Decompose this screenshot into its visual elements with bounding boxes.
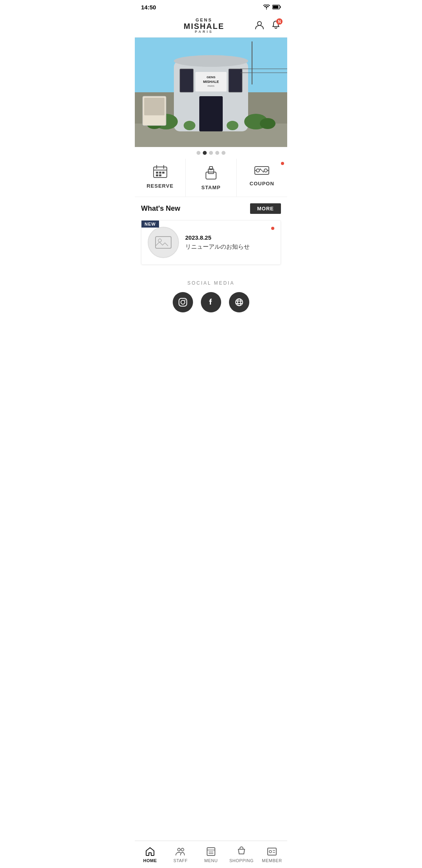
svg-point-50 <box>158 239 161 242</box>
facebook-button[interactable] <box>201 292 221 312</box>
svg-point-2 <box>257 22 261 25</box>
stamp-action[interactable]: STAMP <box>186 159 236 197</box>
news-title: リニューアルのお知らせ <box>185 243 274 251</box>
svg-point-45 <box>264 169 267 172</box>
svg-point-47 <box>260 169 261 170</box>
profile-icon <box>254 20 265 30</box>
whats-new-title: What's New <box>141 204 180 213</box>
whats-new-header: What's New MORE <box>135 197 287 217</box>
svg-text:MISHALE: MISHALE <box>203 80 219 84</box>
svg-rect-35 <box>162 172 165 174</box>
logo-sub: PARIS <box>184 30 224 34</box>
facebook-icon <box>206 298 216 307</box>
quick-actions: RESERVE STAMP COUPON <box>135 159 287 197</box>
hero-image: GENS MISHALE PARIS <box>135 38 287 147</box>
svg-rect-38 <box>206 172 216 179</box>
logo-line1: GENS <box>184 18 224 22</box>
reserve-label: RESERVE <box>147 183 173 189</box>
battery-icon <box>272 5 281 9</box>
svg-rect-36 <box>156 174 158 176</box>
news-badge: NEW <box>141 221 159 228</box>
wifi-icon <box>263 4 270 10</box>
instagram-button[interactable] <box>173 292 193 312</box>
news-content: 2023.8.25 リニューアルのお知らせ <box>185 234 274 251</box>
svg-rect-1 <box>273 6 279 9</box>
svg-point-55 <box>238 299 241 306</box>
coupon-dot <box>281 162 284 165</box>
coupon-action[interactable]: COUPON <box>237 159 287 197</box>
globe-icon <box>234 298 244 307</box>
more-button[interactable]: MORE <box>250 203 281 214</box>
social-icons <box>141 292 281 312</box>
stamp-label: STAMP <box>201 185 221 190</box>
dot-5[interactable] <box>222 151 225 155</box>
news-card-0[interactable]: NEW 2023.8.25 リニューアルのお知らせ <box>141 220 281 265</box>
profile-button[interactable] <box>254 20 265 31</box>
svg-point-53 <box>184 299 185 300</box>
svg-rect-11 <box>229 69 242 92</box>
image-placeholder-icon <box>155 235 172 250</box>
svg-rect-37 <box>159 174 161 176</box>
status-time: 14:50 <box>141 4 156 11</box>
svg-point-52 <box>181 300 185 304</box>
reserve-action[interactable]: RESERVE <box>135 159 186 197</box>
status-bar: 14:50 <box>135 0 287 14</box>
svg-rect-51 <box>179 298 187 306</box>
logo-line2: MISHALE <box>184 22 224 30</box>
svg-text:GENS: GENS <box>207 75 216 79</box>
website-button[interactable] <box>229 292 249 312</box>
logo[interactable]: GENS MISHALE PARIS <box>184 18 224 34</box>
svg-point-20 <box>260 118 275 129</box>
notification-badge: N <box>276 18 283 25</box>
social-label: SOCIAL MEDIA <box>141 280 281 286</box>
svg-point-21 <box>184 121 195 130</box>
coupon-label: COUPON <box>250 181 274 187</box>
social-section: SOCIAL MEDIA <box>135 271 287 320</box>
svg-rect-24 <box>144 98 165 115</box>
news-unread-dot <box>271 227 274 230</box>
svg-rect-10 <box>199 96 223 131</box>
svg-rect-49 <box>156 237 171 248</box>
svg-rect-34 <box>159 172 161 174</box>
coupon-icon <box>254 165 270 178</box>
svg-text:PARIS: PARIS <box>207 85 215 87</box>
instagram-icon <box>178 298 188 307</box>
dot-3[interactable] <box>209 151 213 155</box>
reserve-icon <box>153 165 168 180</box>
news-thumbnail <box>148 227 179 258</box>
stamp-icon <box>204 165 218 181</box>
news-date: 2023.8.25 <box>185 234 274 241</box>
dot-2[interactable] <box>203 151 207 155</box>
svg-point-44 <box>256 169 259 172</box>
app-header: GENS MISHALE PARIS N <box>135 14 287 38</box>
svg-rect-8 <box>180 69 193 92</box>
svg-point-22 <box>227 121 238 130</box>
svg-rect-33 <box>156 172 158 174</box>
dot-1[interactable] <box>197 151 200 155</box>
svg-point-7 <box>174 55 248 67</box>
svg-point-48 <box>263 171 264 172</box>
header-icons: N <box>254 20 281 31</box>
svg-point-54 <box>236 299 243 306</box>
hero-banner[interactable]: GENS MISHALE PARIS <box>135 38 287 147</box>
dot-4[interactable] <box>215 151 219 155</box>
svg-rect-28 <box>135 38 287 41</box>
carousel-dots <box>135 147 287 159</box>
notification-button[interactable]: N <box>271 20 281 31</box>
status-icons <box>263 4 281 10</box>
